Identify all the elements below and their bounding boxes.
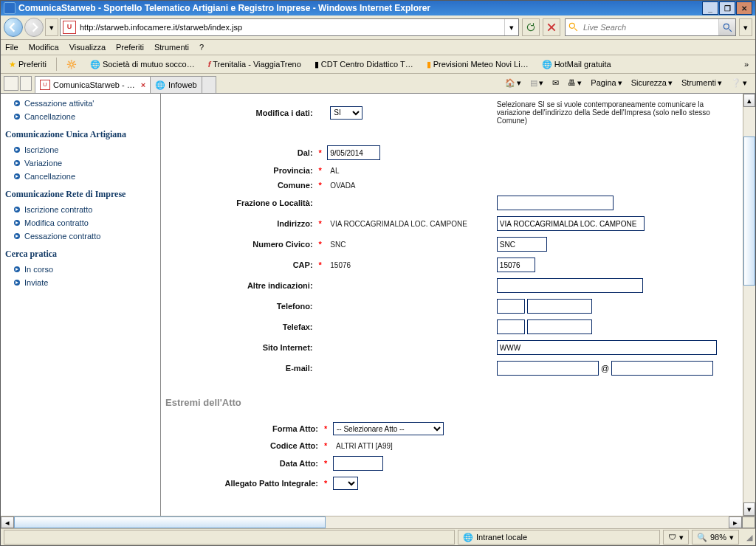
suggested-sites-button[interactable]: 🔆 (61, 56, 82, 72)
hscroll-track[interactable] (14, 516, 729, 528)
required-marker: * (319, 255, 326, 274)
label-telefax: Telefax: (167, 317, 317, 336)
input-telefono-prefix[interactable] (497, 299, 525, 314)
input-telefax-prefix[interactable] (497, 319, 525, 334)
select-forma-atto[interactable]: -- Selezionare Atto -- (333, 422, 444, 435)
ie-page-icon: 🌐 (155, 80, 165, 90)
close-button[interactable]: ✕ (736, 1, 752, 15)
sidebar-item-variazione[interactable]: ▸Variazione (1, 156, 160, 170)
page-menu[interactable]: Pagina▾ (587, 75, 625, 91)
select-modifica-dati[interactable]: SI (330, 106, 362, 120)
read-mail-button[interactable]: ✉ (549, 75, 563, 91)
tab-list-dropdown[interactable] (20, 76, 32, 91)
stop-button[interactable] (543, 18, 560, 36)
restore-button[interactable]: ❐ (719, 1, 735, 15)
fav-link-societa[interactable]: 🌐Società di mutuo socco… (85, 56, 200, 72)
print-button[interactable]: 🖶▾ (564, 75, 585, 91)
sidebar-item-iscrizione-contratto[interactable]: ▸Iscrizione contratto (1, 203, 160, 216)
svg-point-1 (724, 24, 729, 29)
minimize-button[interactable]: _ (702, 1, 718, 15)
back-button[interactable] (4, 18, 23, 37)
scroll-down-button[interactable]: ▾ (743, 502, 755, 516)
sidebar-item-cessazione-attivita[interactable]: ▸Cessazione attivita' (1, 97, 160, 110)
input-frazione[interactable] (497, 196, 614, 210)
address-bar[interactable]: U ▾ (60, 18, 519, 36)
tab-active[interactable]: U ComunicaStarweb - … × (35, 76, 151, 93)
label-data-atto: Data Atto: (167, 454, 323, 473)
sidebar-item-iscrizione[interactable]: ▸Iscrizione (1, 143, 160, 156)
new-tab-button[interactable] (202, 76, 216, 93)
sidebar-section-rete: Comunicazione Rete di Imprese (5, 189, 156, 200)
bullet-icon: ▸ (14, 147, 20, 153)
input-indirizzo[interactable] (497, 216, 645, 231)
input-telefono[interactable] (527, 299, 592, 314)
menu-modifica[interactable]: Modifica (29, 43, 59, 52)
label-codice-atto: Codice Atto: (167, 439, 323, 452)
status-message-pane (4, 530, 455, 545)
menu-preferiti[interactable]: Preferiti (116, 43, 144, 52)
required-marker: * (324, 454, 331, 473)
recent-pages-dropdown[interactable]: ▾ (45, 18, 58, 36)
safety-menu[interactable]: Sicurezza▾ (628, 75, 676, 91)
search-box[interactable] (565, 18, 736, 36)
input-cap[interactable] (497, 258, 535, 272)
scroll-right-button[interactable]: ▸ (729, 516, 742, 528)
label-forma-atto: Forma Atto: (167, 420, 323, 438)
close-tab-icon[interactable]: × (141, 80, 145, 89)
input-data-atto[interactable] (333, 456, 383, 471)
sidebar-item-cessazione-contratto[interactable]: ▸Cessazione contratto (1, 229, 160, 243)
help-button[interactable]: ❔▾ (727, 75, 751, 91)
select-allegato[interactable] (333, 477, 358, 490)
favorites-overflow[interactable]: » (740, 60, 752, 69)
sidebar-item-inviate[interactable]: ▸Inviate (1, 276, 160, 289)
scroll-track[interactable] (743, 107, 755, 502)
input-telefax[interactable] (527, 319, 592, 334)
address-dropdown[interactable]: ▾ (504, 19, 518, 35)
scroll-left-button[interactable]: ◂ (1, 516, 14, 528)
input-altre[interactable] (497, 278, 643, 293)
required-marker: * (319, 214, 326, 233)
input-civico[interactable] (497, 237, 547, 252)
search-options-dropdown[interactable]: ▾ (739, 18, 752, 36)
address-input[interactable] (78, 22, 504, 32)
menu-file[interactable]: File (5, 43, 18, 52)
input-email-domain[interactable] (611, 361, 713, 376)
tools-menu[interactable]: Strumenti▾ (678, 75, 726, 91)
forward-button[interactable] (24, 18, 44, 37)
tab-infoweb[interactable]: 🌐 Infoweb (150, 76, 202, 93)
horizontal-scrollbar[interactable]: ◂ ▸ (1, 516, 755, 528)
menu-help[interactable]: ? (199, 43, 204, 52)
sidebar-item-cancellazione[interactable]: ▸Cancellazione (1, 110, 160, 123)
sidebar-item-in-corso[interactable]: ▸In corso (1, 263, 160, 276)
quick-tabs-button[interactable] (4, 76, 18, 91)
resize-grip[interactable]: ◢ (742, 533, 752, 542)
vertical-scrollbar[interactable]: ▴ ▾ (743, 94, 755, 516)
scroll-thumb[interactable] (743, 136, 755, 286)
hscroll-thumb[interactable] (14, 516, 326, 528)
fav-link-meteo[interactable]: ▮Previsioni Meteo Novi Li… (422, 56, 534, 72)
fav-link-hotmail[interactable]: 🌐HotMail gratuita (537, 56, 616, 72)
input-sito[interactable] (497, 340, 717, 355)
protected-mode-pane[interactable]: 🛡▾ (663, 530, 689, 545)
input-email-local[interactable] (497, 361, 599, 376)
bullet-icon: ▸ (14, 173, 20, 179)
search-input[interactable] (582, 22, 718, 32)
input-dal[interactable] (327, 145, 380, 160)
menu-strumenti[interactable]: Strumenti (154, 43, 189, 52)
fav-link-cdt[interactable]: ▮CDT Centro Didattico T… (309, 56, 419, 72)
fav-link-trenitalia[interactable]: fTrenitalia - ViaggiaTreno (203, 56, 306, 72)
home-button[interactable]: 🏠▾ (501, 75, 525, 91)
sidebar-item-cancellazione-art[interactable]: ▸Cancellazione (1, 170, 160, 183)
sidebar-section-cerca: Cerca pratica (5, 249, 156, 260)
sidebar-item-modifica-contratto[interactable]: ▸Modifica contratto (1, 216, 160, 229)
scroll-up-button[interactable]: ▴ (743, 94, 755, 107)
sidebar-section-cua: Comunicazione Unica Artigiana (5, 129, 156, 140)
search-go-button[interactable] (718, 19, 735, 35)
bullet-icon: ▸ (14, 160, 20, 166)
menu-visualizza[interactable]: Visualizza (69, 43, 106, 52)
feeds-button[interactable]: ▤▾ (526, 75, 547, 91)
zoom-pane[interactable]: 🔍98% ▾ (692, 530, 739, 545)
refresh-button[interactable] (522, 18, 540, 36)
required-marker: * (324, 439, 331, 452)
favorites-button[interactable]: ★Preferiti (4, 56, 52, 72)
